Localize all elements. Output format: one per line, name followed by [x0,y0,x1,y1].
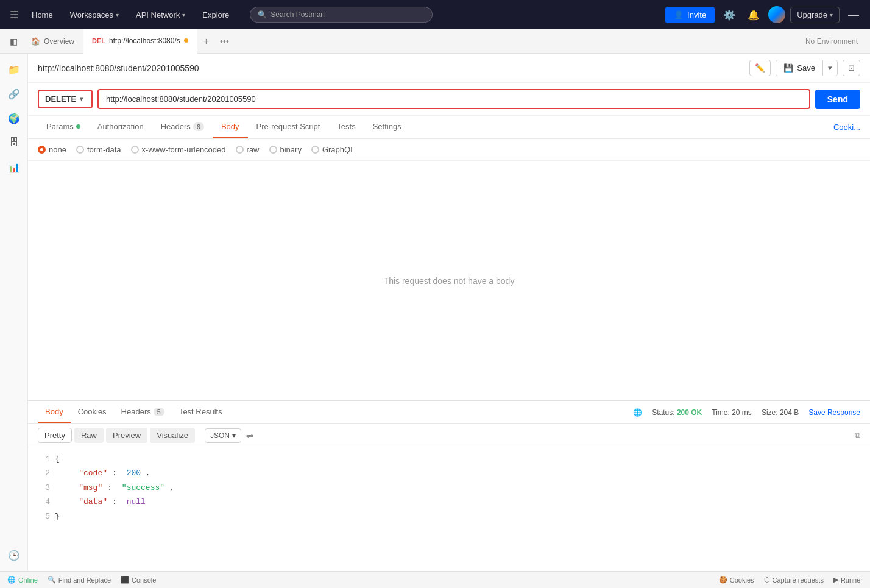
nav-api-network[interactable]: API Network ▾ [130,7,191,23]
body-binary-option[interactable]: binary [269,145,302,154]
request-title: http://localhost:8080/student/2020100559… [38,63,199,73]
nav-right: 👤 Invite ⚙️ 🔔 Upgrade ▾ — [665,5,863,25]
raw-button[interactable]: Raw [74,428,104,443]
body-label: Body [221,122,239,131]
params-label: Params [46,122,74,131]
body-raw-option[interactable]: raw [236,145,260,154]
time-label-text: Time: [712,408,730,417]
method-label: DELETE [45,94,76,104]
save-button-group: 💾 Save ▾ [776,60,838,76]
line-num-1: 1 [38,452,50,466]
body-none-option[interactable]: none [38,145,66,154]
json-indent-3 [55,481,74,495]
radio-binary-circle [269,146,277,154]
url-input[interactable] [97,89,810,109]
preview-button[interactable]: Preview [106,428,147,443]
find-replace[interactable]: 🔍 Find and Replace [48,576,111,584]
notifications-icon-btn[interactable]: 🔔 [744,5,763,24]
json-line-1: 1 { [38,452,860,466]
pretty-button[interactable]: Pretty [38,428,72,443]
tab-add-button[interactable]: + [197,36,215,47]
tab-active-request[interactable]: DEL http://localhost:8080/s [83,29,197,54]
runner[interactable]: ▶ Runner [833,576,863,584]
tab-settings[interactable]: Settings [364,116,410,138]
avatar[interactable] [768,6,785,23]
sidebar-item-history[interactable]: 🕒 [3,544,25,566]
json-brace-close: } [55,509,60,523]
nav-workspaces[interactable]: Workspaces ▾ [64,7,125,23]
minimize-button[interactable]: — [844,5,863,25]
chevron-down-icon: ▾ [830,12,833,18]
body-form-data-option[interactable]: form-data [76,145,121,154]
chevron-down-icon: ▾ [116,12,119,18]
response-toolbar: Pretty Raw Preview Visualize JSON ▾ ⇌ ⧉ [28,424,870,447]
online-status[interactable]: 🌐 Online [7,576,38,584]
cookies-link[interactable]: Cooki... [833,122,860,132]
status-label: Status: 200 OK [652,408,702,417]
capture-requests[interactable]: ⬡ Capture requests [764,576,824,584]
nav-workspaces-label: Workspaces [70,10,113,19]
nav-explore[interactable]: Explore [196,7,235,23]
resp-body-label: Body [45,407,63,416]
nav-home[interactable]: Home [26,7,59,23]
hamburger-icon[interactable]: ☰ [7,7,21,23]
visualize-button[interactable]: Visualize [150,428,195,443]
radio-urlencoded-circle [131,146,139,154]
resp-tab-test-results[interactable]: Test Results [172,401,230,423]
resp-tab-headers[interactable]: Headers 5 [114,401,172,423]
settings-icon-btn[interactable]: ⚙️ [720,5,739,24]
search-placeholder: Search Postman [271,10,325,19]
tab-authorization[interactable]: Authorization [89,116,152,138]
size-value: 204 B [780,408,799,417]
edit-icon-button[interactable]: ✏️ [749,60,771,76]
save-dropdown-button[interactable]: ▾ [822,60,837,76]
json-line-2: 2 "code" : 200 , [38,466,860,480]
tab-params[interactable]: Params [38,116,89,138]
status-value: 200 OK [677,408,702,417]
body-graphql-option[interactable]: GraphQL [311,145,355,154]
tab-pre-request[interactable]: Pre-request Script [248,116,329,138]
more-actions-button[interactable]: ⊡ [843,60,860,76]
sidebar-item-mock[interactable]: 🗄 [3,132,25,154]
status-label-text: Status: [652,408,674,417]
sidebar-toggle-icon[interactable]: ◧ [5,34,23,49]
tab-tests[interactable]: Tests [328,116,364,138]
body-graphql-label: GraphQL [322,145,355,154]
json-indent-4 [55,495,74,509]
save-button[interactable]: 💾 Save [776,60,822,76]
sidebar-item-monitors[interactable]: 📊 [3,156,25,178]
capture-icon: ⬡ [764,576,770,584]
radio-none-circle [38,146,46,154]
resp-tab-cookies[interactable]: Cookies [71,401,114,423]
filter-icon[interactable]: ⇌ [246,431,253,441]
sidebar-item-environments[interactable]: 🌍 [3,107,25,129]
resp-tab-body[interactable]: Body [38,401,71,423]
request-title-row: http://localhost:8080/student/2020100559… [28,54,870,83]
console[interactable]: ⬛ Console [121,576,156,584]
save-label: Save [797,63,815,73]
invite-button[interactable]: 👤 Invite [665,7,715,23]
resp-headers-label: Headers [121,407,151,416]
body-empty: This request does not have a body [28,161,870,400]
overview-icon: 🏠 [31,37,40,46]
bottom-bar: 🌐 Online 🔍 Find and Replace ⬛ Console 🍪 … [0,571,870,588]
tab-body[interactable]: Body [213,116,248,138]
sidebar-item-apis[interactable]: 🔗 [3,83,25,105]
no-environment-label[interactable]: No Environment [798,37,865,46]
invite-label: Invite [687,10,706,19]
sidebar-item-collections[interactable]: 📁 [3,58,25,80]
search-bar[interactable]: 🔍 Search Postman [250,7,433,23]
json-line-5: 5 } [38,509,860,523]
copy-icon[interactable]: ⧉ [855,431,860,441]
tab-headers[interactable]: Headers 6 [152,116,213,138]
body-urlencoded-option[interactable]: x-www-form-urlencoded [131,145,226,154]
tab-overview[interactable]: 🏠 Overview [23,29,83,54]
format-selector[interactable]: JSON ▾ [205,428,241,443]
cookies-bottom[interactable]: 🍪 Cookies [719,576,754,584]
line-num-3: 3 [38,481,50,495]
send-button[interactable]: Send [815,90,860,109]
save-response-link[interactable]: Save Response [808,408,860,417]
tab-more-button[interactable]: ••• [215,37,234,46]
method-selector[interactable]: DELETE ▾ [38,90,93,108]
upgrade-button[interactable]: Upgrade ▾ [790,7,840,23]
